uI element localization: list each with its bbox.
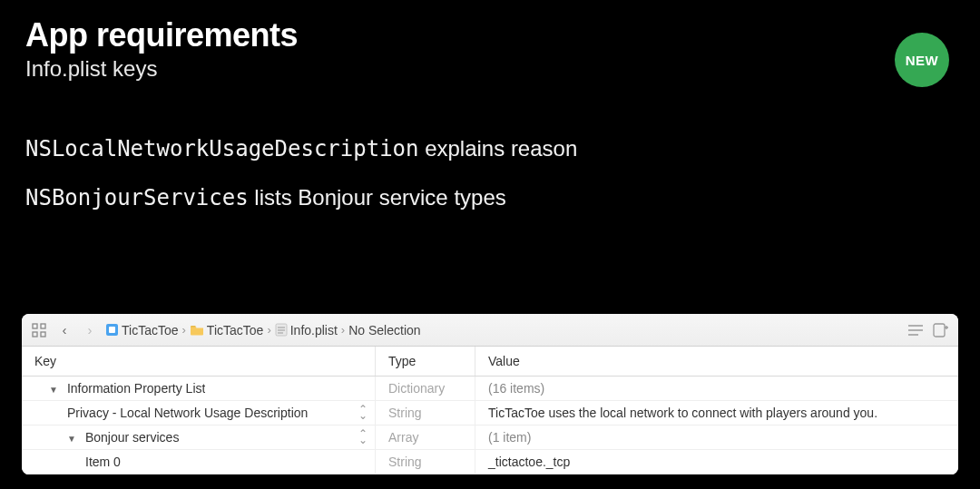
breadcrumb-item[interactable]: TicTacToe	[190, 323, 264, 337]
chevron-right-icon: ›	[341, 323, 345, 337]
plist-value[interactable]: TicTacToe uses the local network to conn…	[475, 401, 958, 425]
plist-value: (16 items)	[475, 377, 958, 400]
chevron-right-icon: ›	[182, 323, 186, 337]
breadcrumb-label: TicTacToe	[207, 323, 264, 337]
plist-type: String	[376, 450, 475, 474]
table-header: Key Type Value	[22, 347, 958, 377]
editor-panel: ‹ › TicTacToe › TicTacToe › Info	[22, 314, 958, 474]
breadcrumb-label: No Selection	[348, 323, 420, 337]
table-row[interactable]: ▼ Information Property List Dictionary (…	[22, 377, 958, 401]
breadcrumb: TicTacToe › TicTacToe › Info.plist › No …	[105, 323, 900, 337]
bullet-item: NSBonjourServices lists Bonjour service …	[25, 185, 955, 210]
svg-rect-13	[934, 324, 945, 337]
table-row[interactable]: Item 0 String _tictactoe._tcp	[22, 450, 958, 474]
column-header-type[interactable]: Type	[376, 347, 475, 376]
plist-key: Bonjour services	[85, 430, 180, 445]
disclosure-triangle-icon[interactable]: ▼	[49, 385, 60, 395]
stepper-icon[interactable]: ⌃⌄	[358, 431, 368, 444]
stepper-icon[interactable]: ⌃⌄	[358, 406, 368, 419]
folder-icon	[190, 324, 204, 336]
document-outline-icon[interactable]	[906, 320, 926, 340]
slide-title: App requirements	[25, 16, 955, 54]
column-header-value[interactable]: Value	[475, 347, 958, 376]
svg-rect-5	[109, 327, 115, 333]
svg-rect-1	[41, 324, 45, 328]
table-row[interactable]: Privacy - Local Network Usage Descriptio…	[22, 401, 958, 425]
add-editor-icon[interactable]	[931, 320, 951, 340]
bullet-text: lists Bonjour service types	[249, 185, 506, 210]
plist-value: (1 item)	[475, 425, 958, 449]
disclosure-triangle-icon[interactable]: ▼	[67, 434, 78, 444]
plist-key: Privacy - Local Network Usage Descriptio…	[67, 406, 308, 420]
editor-toolbar: ‹ › TicTacToe › TicTacToe › Info	[22, 314, 958, 347]
breadcrumb-item[interactable]: Info.plist	[275, 323, 338, 337]
bullet-list: NSLocalNetworkUsageDescription explains …	[0, 85, 980, 210]
related-items-icon[interactable]	[29, 320, 49, 340]
table-row[interactable]: ▼ Bonjour services ⌃⌄ Array (1 item)	[22, 425, 958, 450]
nav-back-icon[interactable]: ‹	[54, 320, 74, 340]
svg-rect-0	[33, 324, 37, 328]
plist-type: String	[376, 401, 475, 425]
bullet-text: explains reason	[418, 136, 577, 161]
plist-type: Array	[376, 425, 475, 449]
slide-subtitle: Info.plist keys	[25, 56, 955, 82]
plist-key: Item 0	[85, 455, 121, 469]
breadcrumb-item[interactable]: TicTacToe	[105, 323, 179, 337]
bullet-item: NSLocalNetworkUsageDescription explains …	[25, 136, 955, 161]
plist-file-icon	[275, 323, 288, 337]
plist-type: Dictionary	[376, 377, 475, 400]
code-key: NSBonjourServices	[25, 185, 249, 210]
plist-key: Information Property List	[67, 381, 206, 396]
plist-value[interactable]: _tictactoe._tcp	[475, 450, 958, 474]
nav-forward-icon[interactable]: ›	[80, 320, 100, 340]
breadcrumb-label: TicTacToe	[122, 323, 179, 337]
svg-rect-2	[33, 332, 37, 337]
column-header-key[interactable]: Key	[22, 347, 376, 376]
svg-rect-3	[41, 332, 45, 337]
breadcrumb-label: Info.plist	[290, 323, 338, 337]
breadcrumb-item[interactable]: No Selection	[348, 323, 420, 337]
code-key: NSLocalNetworkUsageDescription	[25, 136, 418, 161]
chevron-right-icon: ›	[267, 323, 270, 337]
new-badge: NEW	[895, 33, 949, 87]
project-icon	[105, 323, 119, 337]
